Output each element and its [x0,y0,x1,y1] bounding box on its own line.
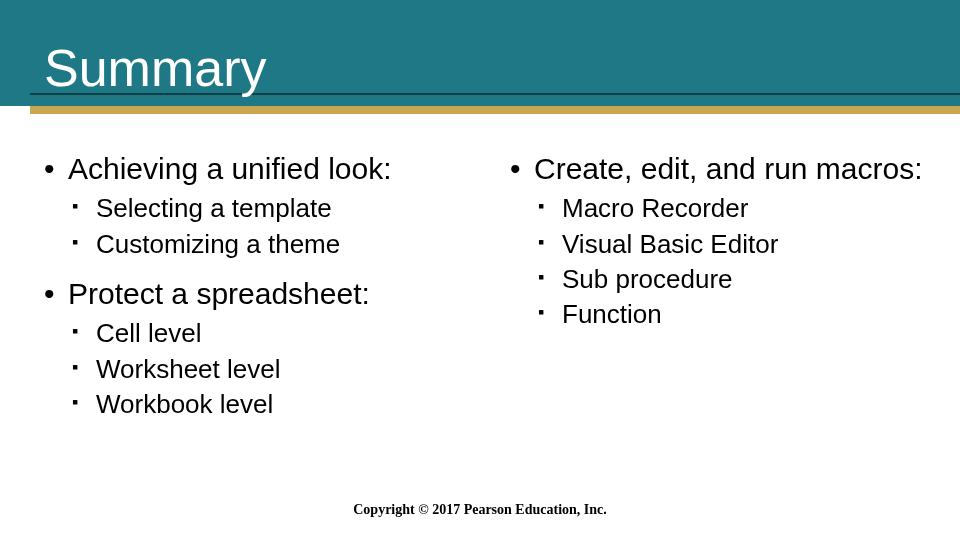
bullet-group: Achieving a unified look: Selecting a te… [44,150,476,261]
bullet-l2: Worksheet level [72,353,476,386]
bullet-l2: Cell level [72,317,476,350]
right-column: Create, edit, and run macros: Macro Reco… [494,150,960,480]
bullet-l2: Visual Basic Editor [538,228,942,261]
footer-copyright: Copyright © 2017 Pearson Education, Inc. [0,502,960,518]
bullet-l1: Create, edit, and run macros: [510,150,942,188]
bullet-group: Protect a spreadsheet: Cell level Worksh… [44,275,476,421]
bullet-l1: Protect a spreadsheet: [44,275,476,313]
bullet-l2: Selecting a template [72,192,476,225]
bullet-group: Create, edit, and run macros: Macro Reco… [510,150,942,331]
title-underline-gold [30,106,960,114]
slide-title: Summary [44,38,266,98]
bullet-l1: Achieving a unified look: [44,150,476,188]
bullet-l2: Customizing a theme [72,228,476,261]
bullet-l2: Sub procedure [538,263,942,296]
bullet-l2: Function [538,298,942,331]
content-area: Achieving a unified look: Selecting a te… [0,150,960,480]
bullet-l2: Workbook level [72,388,476,421]
bullet-l2: Macro Recorder [538,192,942,225]
slide: Summary Achieving a unified look: Select… [0,0,960,540]
left-column: Achieving a unified look: Selecting a te… [0,150,494,480]
